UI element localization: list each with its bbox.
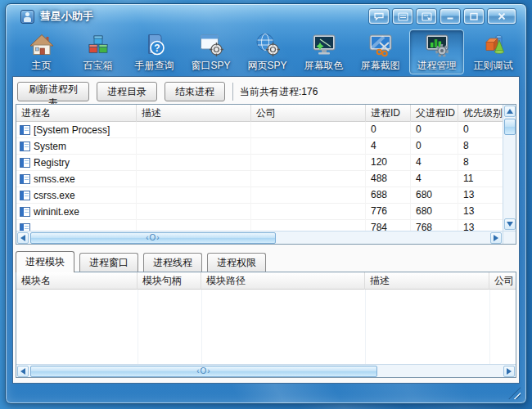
column-header-module-handle[interactable]: 模块句柄 — [138, 272, 201, 290]
process-icon — [20, 174, 30, 184]
table-row[interactable]: smss.exe 488 4 11 — [16, 171, 503, 187]
message-window-icon — [398, 12, 408, 21]
table-row[interactable]: Registry 120 4 8 — [16, 155, 503, 171]
scrollbar-gripper-icon: ‹O› — [196, 366, 210, 376]
toolbar-label: 进程管理 — [417, 59, 457, 73]
module-table-header: 模块名 模块句柄 模块路径 描述 公司 — [16, 272, 516, 290]
chat-bubble-icon — [373, 12, 385, 21]
detail-tabs: 进程模块 进程窗口 进程线程 进程权限 — [16, 250, 266, 272]
refresh-process-list-button[interactable]: 刷新进程列表 — [17, 82, 89, 101]
web-spy-icon — [255, 32, 281, 58]
table-row[interactable]: wininit.exe 776 680 13 — [16, 204, 503, 220]
app-window: 彗星小助手 — [5, 3, 527, 404]
toolbar-item-manual-search[interactable]: ? 手册查询 — [127, 29, 182, 74]
tab-process-permissions[interactable]: 进程权限 — [207, 253, 266, 272]
manual-search-icon: ? — [142, 32, 168, 58]
toolbar-label: 屏幕取色 — [304, 59, 344, 73]
color-picker-icon — [311, 32, 337, 58]
horizontal-scrollbar-thumb[interactable]: ‹O› — [30, 366, 377, 377]
toolbar-item-regex-debug[interactable]: 正则调试 — [466, 29, 521, 74]
process-icon — [20, 191, 30, 200]
toolbar-item-home[interactable]: 主页 — [14, 29, 69, 74]
scroll-up-button[interactable] — [504, 106, 516, 117]
right-arrow-icon — [494, 235, 498, 241]
message-window-button[interactable] — [393, 9, 413, 24]
right-arrow-icon — [507, 368, 512, 375]
table-row[interactable]: [System Process] 0 0 0 — [16, 122, 503, 138]
table-row[interactable]: csrss.exe 688 680 13 — [16, 187, 503, 204]
column-header-company[interactable]: 公司 — [251, 105, 366, 122]
scrollbar-corner — [503, 231, 516, 244]
toolbar-item-screenshot[interactable]: 屏幕截图 — [353, 29, 408, 74]
column-header-description[interactable]: 描述 — [137, 105, 251, 122]
toolbar-item-web-spy[interactable]: 网页SPY — [240, 29, 295, 74]
scroll-left-button[interactable] — [17, 232, 29, 244]
scroll-right-button[interactable] — [503, 366, 515, 377]
toolbar-label: 网页SPY — [247, 59, 286, 73]
regex-debug-icon — [480, 32, 507, 58]
content-panel: 刷新进程列表 进程目录 结束进程 当前共有进程:176 进程名 描述 公司 进程… — [12, 76, 520, 384]
column-header-process-name[interactable]: 进程名 — [16, 105, 137, 122]
vertical-scrollbar[interactable] — [503, 105, 516, 231]
scroll-left-button[interactable] — [17, 366, 29, 377]
column-header-module-company[interactable]: 公司 — [489, 272, 516, 290]
process-table: 进程名 描述 公司 进程ID 父进程ID 优先级别 [System Proces… — [16, 104, 516, 245]
horizontal-scrollbar[interactable]: ‹O› — [16, 364, 516, 377]
process-table-header: 进程名 描述 公司 进程ID 父进程ID 优先级别 — [16, 105, 516, 122]
module-table-body — [16, 290, 516, 364]
process-icon — [20, 207, 30, 217]
tab-process-threads[interactable]: 进程线程 — [143, 253, 202, 272]
table-row[interactable]: System 4 0 8 — [16, 138, 503, 155]
minimize-button[interactable] — [440, 9, 460, 24]
table-row-partial[interactable]: 784 768 13 — [16, 220, 503, 231]
popout-window-button[interactable] — [417, 9, 436, 24]
left-arrow-icon — [20, 235, 25, 241]
column-grid-line — [489, 290, 490, 364]
process-icon — [20, 125, 30, 135]
screenshot-icon — [367, 32, 394, 58]
scroll-right-button[interactable] — [490, 232, 502, 244]
popout-window-icon — [422, 12, 432, 21]
column-header-module-description[interactable]: 描述 — [365, 272, 489, 290]
tab-process-windows[interactable]: 进程窗口 — [79, 253, 138, 272]
column-grid-line — [138, 290, 138, 364]
desktop-background: 彗星小助手 — [0, 0, 532, 409]
main-toolbar: 主页 百宝箱 — [14, 29, 523, 76]
process-directory-button[interactable]: 进程目录 — [97, 82, 157, 101]
process-icon — [20, 158, 30, 168]
column-header-module-path[interactable]: 模块路径 — [201, 272, 365, 290]
horizontal-scrollbar[interactable]: ‹O› — [16, 231, 503, 244]
column-grid-line — [201, 290, 202, 364]
resize-grip[interactable] — [508, 387, 521, 399]
horizontal-scrollbar-thumb[interactable]: ‹O› — [30, 232, 276, 244]
tab-process-modules[interactable]: 进程模块 — [16, 251, 74, 272]
process-count-text: 当前共有进程:176 — [240, 85, 318, 99]
column-header-module-name[interactable]: 模块名 — [16, 272, 138, 290]
scrollbar-gripper-icon: ‹O› — [146, 233, 160, 243]
column-header-pid[interactable]: 进程ID — [366, 105, 411, 122]
svg-text:?: ? — [154, 43, 160, 54]
toolbar-label: 窗口SPY — [191, 59, 230, 73]
toolbar-label: 正则调试 — [474, 59, 513, 73]
scroll-down-button[interactable] — [504, 218, 516, 230]
process-icon — [20, 142, 30, 151]
kill-process-button[interactable]: 结束进程 — [165, 82, 225, 101]
toolbar-label: 主页 — [32, 59, 52, 73]
toolbar-item-toolbox[interactable]: 百宝箱 — [70, 29, 125, 74]
toolbar-item-color-picker[interactable]: 屏幕取色 — [296, 29, 351, 74]
column-header-ppid[interactable]: 父进程ID — [411, 105, 458, 122]
separator — [232, 83, 233, 101]
chat-bubble-button[interactable] — [369, 9, 389, 24]
process-table-body: [System Process] 0 0 0 System 4 0 8 — [16, 122, 503, 231]
close-button[interactable] — [488, 9, 516, 24]
maximize-button[interactable] — [464, 9, 484, 24]
toolbar-label: 手册查询 — [135, 59, 174, 73]
toolbar-label: 百宝箱 — [83, 59, 113, 73]
toolbar-label: 屏幕截图 — [361, 59, 400, 73]
vertical-scrollbar-thumb[interactable] — [504, 119, 516, 135]
title-bar[interactable]: 彗星小助手 — [6, 4, 526, 29]
toolbar-item-window-spy[interactable]: 窗口SPY — [183, 29, 238, 74]
maximize-icon — [469, 12, 479, 21]
toolbar-item-process-manager[interactable]: 进程管理 — [409, 29, 464, 74]
toolbox-icon — [85, 32, 111, 58]
